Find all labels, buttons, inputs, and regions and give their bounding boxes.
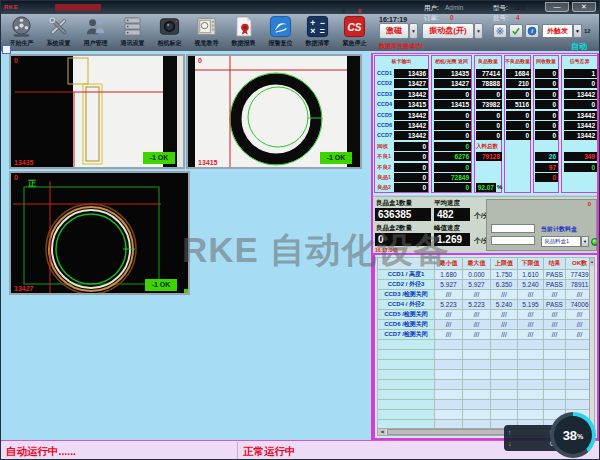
results-cell-empty bbox=[463, 390, 491, 400]
trigger-mode-dropdown[interactable]: 外触发 bbox=[542, 24, 573, 38]
stats-value-cell: 0 bbox=[434, 131, 471, 140]
counter-select-arrow-icon[interactable]: ▼ bbox=[581, 236, 589, 247]
stats-value-cell: 78888 bbox=[476, 79, 502, 88]
toolbar-button-emergency-stop[interactable]: CS紧急停止 bbox=[336, 14, 373, 51]
table-row: CCD1 / 高度11.6800.0001.7501.610PASS77439 bbox=[378, 270, 594, 280]
stats-value-cell: 210 bbox=[506, 79, 531, 88]
scroll-up-arrow-icon[interactable]: ▲ bbox=[590, 258, 594, 266]
results-cell-empty bbox=[378, 390, 435, 400]
results-cell: /// bbox=[435, 310, 463, 320]
vibration-dropdown-arrow-icon[interactable]: ▼ bbox=[474, 23, 483, 39]
scroll-left-arrow-icon[interactable]: ◀ bbox=[378, 429, 386, 435]
results-cell-empty bbox=[518, 380, 544, 390]
stats-value-cell: 13442 bbox=[394, 131, 428, 140]
results-cell: 5.927 bbox=[463, 280, 491, 290]
table-row-empty bbox=[378, 360, 594, 370]
camera-2-result-badge: -1 OK bbox=[320, 152, 352, 164]
toolbar-button-alarm-reset[interactable]: 报警复位 bbox=[262, 14, 299, 51]
data-clear-icon: +−×= bbox=[306, 15, 329, 38]
table-vertical-scrollbar[interactable]: ▲ bbox=[589, 257, 595, 429]
stats-group-3: 良品数量7741478888073982000入料总数7912892.07% bbox=[474, 55, 502, 193]
camera-1-result-badge: -1 OK bbox=[143, 152, 175, 164]
camera-1-image bbox=[11, 56, 183, 167]
stats-value-cell: 0 bbox=[564, 100, 597, 109]
toolbar-button-vision-teaching[interactable]: 视觉教导 bbox=[188, 14, 225, 51]
toolbar-button-data-clear[interactable]: +−×=数据清零 bbox=[299, 14, 336, 51]
panel-top-edge bbox=[371, 53, 599, 54]
db-status-message: 数据库连接成功! bbox=[379, 42, 423, 51]
counter-input-2[interactable] bbox=[491, 236, 535, 245]
results-header-cell: 下限值 bbox=[518, 258, 544, 270]
settings-gear-button[interactable] bbox=[493, 24, 507, 38]
results-header-cell: 最大值 bbox=[463, 258, 491, 270]
results-header-cell bbox=[378, 258, 435, 270]
batch-label: 批号: bbox=[493, 14, 508, 23]
clock: 16:17:19 bbox=[379, 16, 407, 23]
info-button[interactable]: i bbox=[525, 24, 539, 38]
stats-group-header: 良品数量 bbox=[475, 58, 501, 64]
results-cell-empty bbox=[491, 380, 518, 390]
scrollbar-thumb[interactable] bbox=[387, 429, 507, 435]
toolbar-button-user-management[interactable]: 用户管理 bbox=[77, 14, 114, 51]
stats-value-cell: 0 bbox=[434, 111, 471, 120]
results-cell-empty bbox=[463, 370, 491, 380]
stats-value-cell: 13436 bbox=[394, 69, 428, 78]
camera-view-2[interactable]: 0 13415 -1 OK bbox=[186, 54, 362, 169]
results-cell: 5.240 bbox=[491, 300, 518, 310]
system-monitor-ball[interactable]: 38 % bbox=[550, 412, 596, 458]
results-cell-empty bbox=[491, 370, 518, 380]
minimize-button[interactable]: — bbox=[545, 2, 569, 12]
stats-value-cell: 0 bbox=[506, 131, 531, 140]
toolbar-button-comm-settings[interactable]: 通讯设置 bbox=[114, 14, 151, 51]
results-cell-empty bbox=[544, 380, 566, 390]
results-cell-empty bbox=[435, 390, 463, 400]
toolbar-button-label: 视觉教导 bbox=[195, 39, 219, 48]
stats-value-cell: 13427 bbox=[434, 79, 471, 88]
excite-dropdown-arrow-icon[interactable]: ▼ bbox=[409, 23, 418, 39]
results-cell: PASS bbox=[544, 300, 566, 310]
results-cell-empty bbox=[463, 400, 491, 410]
stats-value-cell: 1 bbox=[564, 69, 597, 78]
trigger-dropdown-arrow-icon[interactable]: ▼ bbox=[573, 24, 582, 38]
results-cell: /// bbox=[518, 330, 544, 340]
counter-input-1[interactable] bbox=[491, 224, 535, 233]
camera-view-3[interactable]: 正 0 13427 -1 OK bbox=[9, 171, 190, 295]
counter-box-select[interactable]: 良品料盒1 bbox=[541, 236, 581, 247]
results-cell-empty bbox=[518, 400, 544, 410]
stats-value-cell: 0 bbox=[506, 121, 531, 130]
current-counter-box: 0 当前计数料盒 良品料盒1 ▼ bbox=[486, 199, 597, 251]
toolbar-button-system-settings[interactable]: 系统设置 bbox=[40, 14, 77, 51]
confirm-check-button[interactable] bbox=[509, 24, 523, 38]
stats-value-cell: 0 bbox=[394, 173, 428, 182]
stats-group-5: 回收数量000000026970 bbox=[533, 55, 559, 193]
results-cell-empty bbox=[518, 370, 544, 380]
camera-3-reading: 13427 bbox=[14, 285, 33, 292]
resize-handle[interactable] bbox=[184, 289, 188, 293]
toolbar-button-label: 开始生产 bbox=[10, 39, 34, 48]
stats-value-cell: 13442 bbox=[394, 121, 428, 130]
vibration-button[interactable]: 振动盘(开) bbox=[422, 23, 474, 39]
camera-view-1[interactable]: 0 13435 -1 OK bbox=[9, 54, 185, 169]
results-cell: /// bbox=[544, 320, 566, 330]
panel-right-edge bbox=[597, 53, 599, 440]
stats-value-cell: 6276 bbox=[434, 152, 471, 161]
speed-panel: 良品盒1数量 平均速度 636385 482 个/分钟 良品盒2数量 峰值速度 … bbox=[373, 196, 599, 252]
stats-value-cell: 13442 bbox=[564, 111, 597, 120]
close-button[interactable]: ✕ bbox=[572, 2, 596, 12]
box1-count-value: 636385 bbox=[375, 208, 431, 221]
percent-sign: % bbox=[577, 433, 583, 440]
stats-group-header: 相机/光圈 返回 bbox=[432, 58, 471, 64]
stats-value-cell: 0 bbox=[394, 163, 428, 172]
stats-row-label: 回收 bbox=[377, 142, 388, 151]
dock-tab-icon[interactable] bbox=[2, 45, 11, 54]
camera-3-result-badge: -1 OK bbox=[145, 279, 177, 291]
camera-3-counter: 0 bbox=[14, 174, 18, 181]
toolbar-button-data-report[interactable]: 数据报表 bbox=[225, 14, 262, 51]
results-cell-empty bbox=[491, 360, 518, 370]
results-cell-empty bbox=[435, 370, 463, 380]
auto-mode-label: 自动 bbox=[571, 41, 587, 52]
toolbar-button-camera-calibration[interactable]: 相机标定 bbox=[151, 14, 188, 51]
results-table: 最小值最大值上限值下限值结果OK数CCD1 / 高度11.6800.0001.7… bbox=[377, 257, 594, 430]
excite-button[interactable]: 激磁 bbox=[379, 23, 409, 39]
results-cell-empty bbox=[435, 360, 463, 370]
